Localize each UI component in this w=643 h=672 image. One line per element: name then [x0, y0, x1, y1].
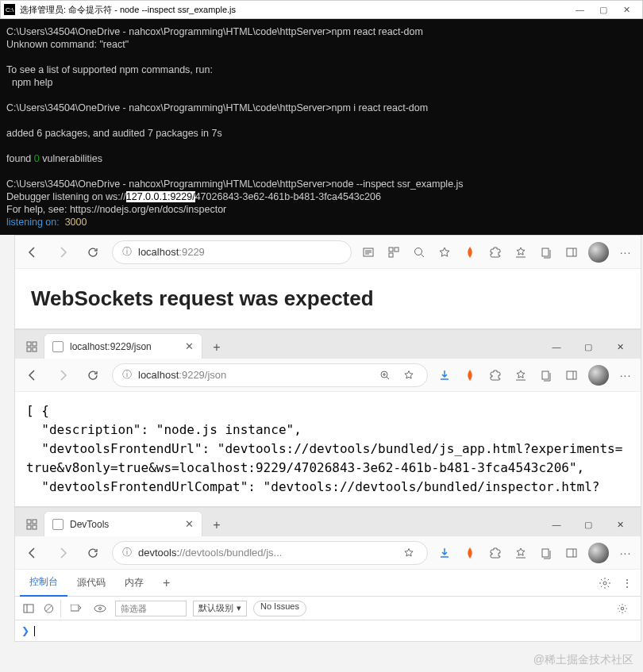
svg-point-24	[94, 605, 106, 612]
svg-rect-7	[27, 342, 31, 346]
log-level-select[interactable]: 默认级别▾	[193, 601, 247, 616]
collections-icon[interactable]	[537, 544, 555, 562]
forward-button[interactable]	[52, 364, 74, 386]
download-icon[interactable]	[436, 367, 453, 384]
browser3-tabstrip: DevTools ✕ + — ▢ ✕	[15, 508, 641, 536]
tab-memory[interactable]: 内存	[115, 570, 153, 597]
extensions-icon[interactable]	[487, 544, 504, 562]
forward-button[interactable]	[52, 241, 74, 263]
favorites-list-icon[interactable]	[512, 367, 529, 384]
minimize-button[interactable]: —	[541, 335, 572, 359]
site-info-icon[interactable]: ⓘ	[122, 245, 132, 259]
zoom-indicator-icon[interactable]	[376, 367, 394, 384]
close-button[interactable]: ✕	[623, 5, 633, 14]
minimize-button[interactable]: —	[541, 513, 572, 536]
favorite-icon[interactable]	[400, 367, 418, 384]
extension-icon-1[interactable]	[461, 244, 479, 261]
refresh-button[interactable]	[82, 241, 104, 263]
download-icon[interactable]	[436, 544, 453, 562]
address-bar[interactable]: ⓘ devtools://devtools/bundled/js...	[112, 541, 428, 565]
profile-avatar[interactable]	[588, 242, 609, 263]
extensions-icon[interactable]	[487, 244, 504, 261]
reader-icon[interactable]	[360, 244, 377, 261]
tab-sources[interactable]: 源代码	[67, 570, 115, 597]
minimize-button[interactable]: —	[576, 5, 585, 14]
forward-button[interactable]	[52, 542, 74, 564]
sidebar-icon[interactable]	[563, 367, 580, 384]
settings-icon[interactable]	[596, 574, 614, 592]
menu-button[interactable]: ···	[617, 544, 634, 562]
terminal-output[interactable]: C:\Users\34504\OneDrive - nahcox\Program…	[0, 19, 643, 235]
toggle-sidebar-icon[interactable]	[20, 600, 37, 617]
svg-rect-1	[389, 248, 393, 252]
context-selector[interactable]	[67, 600, 85, 617]
tab-close-button[interactable]: ✕	[185, 518, 194, 530]
terminal-window: C:\ 选择管理员: 命令提示符 - node --inspect ssr_ex…	[0, 0, 643, 235]
favorites-list-icon[interactable]	[512, 544, 529, 562]
close-button[interactable]: ✕	[604, 513, 636, 536]
svg-rect-18	[542, 549, 549, 557]
profile-avatar[interactable]	[588, 543, 609, 563]
zoom-icon[interactable]	[410, 244, 428, 261]
menu-button[interactable]: ···	[617, 367, 634, 384]
browser1-content: WebSockets request was expected	[15, 269, 641, 328]
browser-tab[interactable]: DevTools ✕	[44, 511, 202, 536]
svg-rect-21	[24, 605, 33, 612]
svg-point-20	[603, 582, 606, 585]
profile-avatar[interactable]	[588, 365, 609, 386]
devtools-menu-icon[interactable]: ⋮	[618, 574, 636, 592]
site-info-icon[interactable]: ⓘ	[122, 546, 132, 559]
clear-console-icon[interactable]	[44, 600, 61, 617]
svg-rect-10	[33, 348, 37, 351]
qr-icon[interactable]	[385, 244, 402, 261]
tab-actions-button[interactable]	[20, 335, 44, 359]
sidebar-icon[interactable]	[563, 244, 580, 261]
maximize-button[interactable]: ▢	[572, 513, 604, 536]
svg-rect-5	[542, 248, 549, 256]
svg-rect-3	[389, 253, 393, 257]
browser2-toolbar: ⓘ localhost:9229/json ···	[15, 359, 641, 392]
favorite-icon[interactable]	[436, 244, 453, 261]
back-button[interactable]	[21, 364, 44, 386]
terminal-titlebar: C:\ 选择管理员: 命令提示符 - node --inspect ssr_ex…	[0, 0, 643, 19]
refresh-button[interactable]	[82, 542, 104, 564]
extension-icon-1[interactable]	[461, 367, 479, 384]
favorite-icon[interactable]	[400, 544, 418, 562]
prompt-caret-icon: ❯	[21, 625, 29, 636]
tab-actions-button[interactable]	[20, 513, 44, 536]
console-input[interactable]: ❯	[15, 620, 641, 641]
collections-icon[interactable]	[537, 367, 555, 384]
sidebar-icon[interactable]	[563, 544, 580, 562]
extension-icon-1[interactable]	[461, 544, 479, 562]
site-info-icon[interactable]: ⓘ	[122, 368, 132, 382]
back-button[interactable]	[21, 241, 44, 263]
close-button[interactable]: ✕	[604, 335, 636, 359]
favorites-list-icon[interactable]	[512, 244, 529, 261]
maximize-button[interactable]: ▢	[572, 335, 604, 359]
maximize-button[interactable]: ▢	[599, 5, 609, 14]
json-response[interactable]: [ { "description": "node.js instance", "…	[26, 401, 630, 497]
browser-tab[interactable]: localhost:9229/json ✕	[44, 333, 202, 359]
svg-rect-17	[33, 525, 37, 529]
menu-button[interactable]: ···	[617, 244, 634, 261]
issues-button[interactable]: No Issues	[253, 601, 306, 616]
svg-rect-2	[395, 248, 399, 252]
tab-console[interactable]: 控制台	[20, 570, 67, 597]
refresh-button[interactable]	[82, 364, 104, 386]
new-tab-button[interactable]: +	[206, 336, 228, 359]
console-settings-icon[interactable]	[614, 600, 631, 617]
svg-rect-19	[567, 549, 576, 557]
live-expression-icon[interactable]	[91, 600, 109, 617]
tab-close-button[interactable]: ✕	[185, 340, 194, 352]
address-bar[interactable]: ⓘ localhost:9229	[112, 240, 352, 264]
address-bar[interactable]: ⓘ localhost:9229/json	[112, 363, 428, 387]
add-tab-button[interactable]: +	[153, 570, 179, 597]
new-tab-button[interactable]: +	[206, 514, 228, 536]
collections-icon[interactable]	[537, 244, 555, 261]
browser-window-2: localhost:9229/json ✕ + — ▢ ✕ ⓘ localhos…	[14, 329, 641, 507]
extensions-icon[interactable]	[487, 367, 504, 384]
terminal-title: 选择管理员: 命令提示符 - node --inspect ssr_exampl…	[20, 4, 576, 16]
svg-rect-12	[542, 371, 549, 379]
back-button[interactable]	[21, 542, 44, 564]
filter-input[interactable]	[115, 601, 187, 616]
